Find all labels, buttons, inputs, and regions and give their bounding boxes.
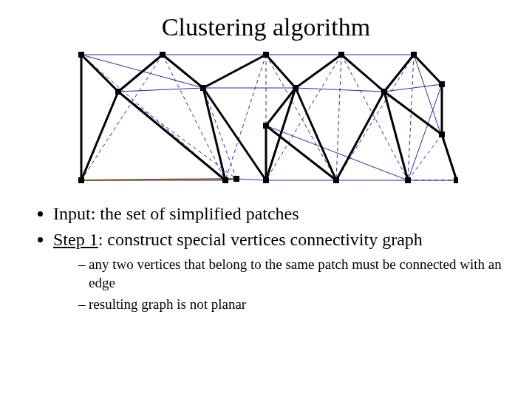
svg-line-56 bbox=[296, 88, 336, 180]
step1-label: Step 1 bbox=[53, 230, 98, 249]
svg-line-52 bbox=[266, 88, 296, 180]
bullet-input: Input: the set of simplified patches bbox=[53, 202, 504, 225]
svg-rect-80 bbox=[454, 177, 458, 183]
svg-rect-67 bbox=[115, 89, 121, 95]
bullet-step1: Step 1: construct special vertices conne… bbox=[53, 228, 504, 313]
svg-line-40 bbox=[163, 55, 203, 88]
svg-line-26 bbox=[384, 84, 442, 92]
svg-line-9 bbox=[266, 55, 341, 180]
svg-rect-68 bbox=[200, 85, 206, 91]
svg-line-7 bbox=[266, 55, 336, 180]
svg-line-48 bbox=[81, 92, 118, 180]
connectivity-graph-figure bbox=[74, 47, 458, 188]
svg-line-14 bbox=[408, 55, 414, 180]
svg-line-55 bbox=[266, 126, 336, 180]
svg-rect-77 bbox=[263, 177, 269, 183]
svg-line-23 bbox=[118, 88, 203, 92]
svg-line-39 bbox=[118, 55, 163, 92]
svg-rect-63 bbox=[160, 52, 166, 58]
svg-rect-74 bbox=[78, 177, 84, 183]
svg-line-50 bbox=[203, 88, 225, 180]
svg-line-44 bbox=[341, 55, 384, 92]
slide-title: Clustering algorithm bbox=[28, 13, 504, 41]
svg-line-46 bbox=[414, 55, 442, 84]
svg-rect-70 bbox=[381, 89, 387, 95]
step1-text: : construct special vertices connectivit… bbox=[98, 230, 423, 249]
svg-line-42 bbox=[266, 55, 296, 88]
svg-rect-75 bbox=[222, 177, 228, 183]
svg-line-17 bbox=[408, 134, 442, 180]
svg-rect-72 bbox=[263, 123, 269, 129]
svg-line-38 bbox=[81, 55, 118, 92]
sub-bullet-2: resulting graph is not planar bbox=[78, 296, 504, 314]
svg-line-35 bbox=[266, 126, 408, 180]
svg-rect-62 bbox=[78, 52, 84, 58]
svg-rect-65 bbox=[338, 52, 344, 58]
svg-line-2 bbox=[163, 55, 225, 180]
bullet-input-prefix: Input: bbox=[53, 204, 100, 223]
svg-rect-66 bbox=[411, 52, 417, 58]
sub-bullet-1: any two vertices that belong to the same… bbox=[78, 256, 504, 292]
svg-line-49 bbox=[118, 92, 225, 180]
svg-line-10 bbox=[336, 55, 341, 180]
svg-rect-69 bbox=[293, 85, 299, 91]
svg-line-57 bbox=[336, 92, 384, 180]
svg-rect-73 bbox=[439, 132, 445, 137]
svg-rect-76 bbox=[233, 176, 239, 182]
svg-line-36 bbox=[408, 84, 442, 180]
svg-line-15 bbox=[118, 92, 236, 179]
svg-line-61 bbox=[442, 134, 457, 180]
svg-line-29 bbox=[236, 179, 266, 180]
svg-rect-78 bbox=[333, 177, 339, 183]
svg-line-45 bbox=[384, 55, 414, 92]
svg-line-43 bbox=[296, 55, 341, 88]
bullet-list: Input: the set of simplified patches Ste… bbox=[33, 202, 504, 313]
svg-rect-79 bbox=[405, 177, 411, 183]
svg-line-51 bbox=[203, 88, 266, 180]
svg-rect-64 bbox=[263, 52, 269, 58]
svg-rect-71 bbox=[439, 81, 445, 87]
bullet-input-text: the set of simplified patches bbox=[100, 204, 299, 223]
svg-line-53 bbox=[266, 88, 296, 126]
sub-bullet-list: any two vertices that belong to the same… bbox=[53, 256, 504, 313]
svg-line-58 bbox=[384, 92, 408, 180]
